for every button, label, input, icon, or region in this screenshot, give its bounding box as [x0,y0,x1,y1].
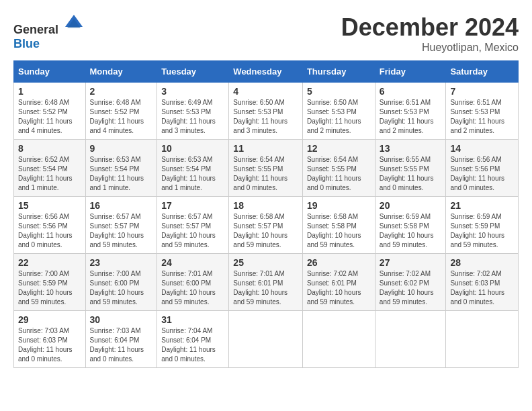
day-number: 20 [380,200,442,211]
day-number: 10 [161,143,224,154]
day-number: 29 [18,314,81,325]
day-info: Sunrise: 6:54 AMSunset: 5:55 PMDaylight:… [307,155,371,193]
table-row: 4Sunrise: 6:50 AMSunset: 5:53 PMDaylight… [229,83,303,140]
table-row [302,311,375,368]
day-info: Sunrise: 6:56 AMSunset: 5:56 PMDaylight:… [450,155,514,193]
table-row [446,311,519,368]
day-info: Sunrise: 7:04 AMSunset: 6:04 PMDaylight:… [161,326,224,364]
day-info: Sunrise: 6:50 AMSunset: 5:53 PMDaylight:… [307,98,371,136]
table-row: 15Sunrise: 6:56 AMSunset: 5:56 PMDayligh… [14,197,86,254]
logo-icon [64,13,84,34]
day-info: Sunrise: 7:03 AMSunset: 6:04 PMDaylight:… [90,326,153,364]
col-friday: Friday [375,61,446,83]
day-number: 19 [307,200,371,211]
day-number: 22 [18,257,81,268]
day-info: Sunrise: 6:52 AMSunset: 5:54 PMDaylight:… [18,155,81,193]
day-number: 2 [90,86,153,97]
day-info: Sunrise: 6:53 AMSunset: 5:54 PMDaylight:… [90,155,153,193]
day-number: 5 [307,86,371,97]
day-number: 6 [380,86,442,97]
table-row: 13Sunrise: 6:55 AMSunset: 5:55 PMDayligh… [375,140,446,197]
col-monday: Monday [85,61,157,83]
logo-text: General Blue [13,13,84,51]
col-wednesday: Wednesday [229,61,303,83]
table-row: 11Sunrise: 6:54 AMSunset: 5:55 PMDayligh… [229,140,303,197]
day-info: Sunrise: 6:48 AMSunset: 5:52 PMDaylight:… [90,98,153,136]
table-row: 9Sunrise: 6:53 AMSunset: 5:54 PMDaylight… [85,140,157,197]
day-info: Sunrise: 7:02 AMSunset: 6:01 PMDaylight:… [307,269,371,307]
day-number: 30 [90,314,153,325]
table-row: 26Sunrise: 7:02 AMSunset: 6:01 PMDayligh… [302,254,375,311]
table-row: 24Sunrise: 7:01 AMSunset: 6:00 PMDayligh… [157,254,229,311]
day-info: Sunrise: 7:02 AMSunset: 6:02 PMDaylight:… [380,269,442,307]
day-info: Sunrise: 6:54 AMSunset: 5:55 PMDaylight:… [233,155,298,193]
table-row: 5Sunrise: 6:50 AMSunset: 5:53 PMDaylight… [302,83,375,140]
table-row: 7Sunrise: 6:51 AMSunset: 5:53 PMDaylight… [446,83,519,140]
day-info: Sunrise: 7:00 AMSunset: 5:59 PMDaylight:… [18,269,81,307]
day-number: 24 [161,257,224,268]
day-info: Sunrise: 6:58 AMSunset: 5:57 PMDaylight:… [233,212,298,250]
table-row: 10Sunrise: 6:53 AMSunset: 5:54 PMDayligh… [157,140,229,197]
calendar: Sunday Monday Tuesday Wednesday Thursday… [13,60,519,368]
day-info: Sunrise: 7:01 AMSunset: 6:00 PMDaylight:… [161,269,224,307]
header: General Blue December 2024 Hueyotlipan, … [13,13,519,54]
title-section: December 2024 Hueyotlipan, Mexico [341,13,519,54]
table-row [229,311,303,368]
day-number: 3 [161,86,224,97]
day-info: Sunrise: 7:03 AMSunset: 6:03 PMDaylight:… [18,326,81,364]
col-saturday: Saturday [446,61,519,83]
calendar-week-row: 15Sunrise: 6:56 AMSunset: 5:56 PMDayligh… [14,197,519,254]
day-info: Sunrise: 6:49 AMSunset: 5:53 PMDaylight:… [161,98,224,136]
day-number: 4 [233,86,298,97]
col-tuesday: Tuesday [157,61,229,83]
day-number: 7 [450,86,514,97]
day-number: 14 [450,143,514,154]
day-info: Sunrise: 6:48 AMSunset: 5:52 PMDaylight:… [18,98,81,136]
day-number: 16 [90,200,153,211]
table-row: 14Sunrise: 6:56 AMSunset: 5:56 PMDayligh… [446,140,519,197]
day-info: Sunrise: 6:51 AMSunset: 5:53 PMDaylight:… [380,98,442,136]
day-info: Sunrise: 6:58 AMSunset: 5:58 PMDaylight:… [307,212,371,250]
day-info: Sunrise: 6:51 AMSunset: 5:53 PMDaylight:… [450,98,514,136]
day-info: Sunrise: 6:53 AMSunset: 5:54 PMDaylight:… [161,155,224,193]
table-row: 6Sunrise: 6:51 AMSunset: 5:53 PMDaylight… [375,83,446,140]
day-info: Sunrise: 6:50 AMSunset: 5:53 PMDaylight:… [233,98,298,136]
day-info: Sunrise: 6:57 AMSunset: 5:57 PMDaylight:… [90,212,153,250]
table-row: 12Sunrise: 6:54 AMSunset: 5:55 PMDayligh… [302,140,375,197]
logo-blue: Blue [13,37,40,50]
day-info: Sunrise: 6:57 AMSunset: 5:57 PMDaylight:… [161,212,224,250]
day-number: 9 [90,143,153,154]
table-row: 16Sunrise: 6:57 AMSunset: 5:57 PMDayligh… [85,197,157,254]
day-number: 8 [18,143,81,154]
day-info: Sunrise: 6:59 AMSunset: 5:59 PMDaylight:… [450,212,514,250]
month-title: December 2024 [341,13,519,42]
day-number: 17 [161,200,224,211]
day-number: 18 [233,200,298,211]
day-info: Sunrise: 6:59 AMSunset: 5:58 PMDaylight:… [380,212,442,250]
day-number: 26 [307,257,371,268]
day-number: 23 [90,257,153,268]
table-row: 28Sunrise: 7:02 AMSunset: 6:03 PMDayligh… [446,254,519,311]
table-row: 17Sunrise: 6:57 AMSunset: 5:57 PMDayligh… [157,197,229,254]
table-row: 3Sunrise: 6:49 AMSunset: 5:53 PMDaylight… [157,83,229,140]
table-row: 31Sunrise: 7:04 AMSunset: 6:04 PMDayligh… [157,311,229,368]
calendar-week-row: 1Sunrise: 6:48 AMSunset: 5:52 PMDaylight… [14,83,519,140]
table-row: 22Sunrise: 7:00 AMSunset: 5:59 PMDayligh… [14,254,86,311]
col-thursday: Thursday [302,61,375,83]
table-row: 8Sunrise: 6:52 AMSunset: 5:54 PMDaylight… [14,140,86,197]
calendar-week-row: 8Sunrise: 6:52 AMSunset: 5:54 PMDaylight… [14,140,519,197]
day-number: 31 [161,314,224,325]
day-info: Sunrise: 7:02 AMSunset: 6:03 PMDaylight:… [450,269,514,307]
table-row: 25Sunrise: 7:01 AMSunset: 6:01 PMDayligh… [229,254,303,311]
day-number: 21 [450,200,514,211]
day-number: 28 [450,257,514,268]
table-row: 23Sunrise: 7:00 AMSunset: 6:00 PMDayligh… [85,254,157,311]
day-number: 11 [233,143,298,154]
day-info: Sunrise: 6:55 AMSunset: 5:55 PMDaylight:… [380,155,442,193]
table-row: 27Sunrise: 7:02 AMSunset: 6:02 PMDayligh… [375,254,446,311]
table-row: 29Sunrise: 7:03 AMSunset: 6:03 PMDayligh… [14,311,86,368]
day-info: Sunrise: 7:01 AMSunset: 6:01 PMDaylight:… [233,269,298,307]
location-title: Hueyotlipan, Mexico [341,42,519,54]
calendar-week-row: 29Sunrise: 7:03 AMSunset: 6:03 PMDayligh… [14,311,519,368]
table-row: 21Sunrise: 6:59 AMSunset: 5:59 PMDayligh… [446,197,519,254]
